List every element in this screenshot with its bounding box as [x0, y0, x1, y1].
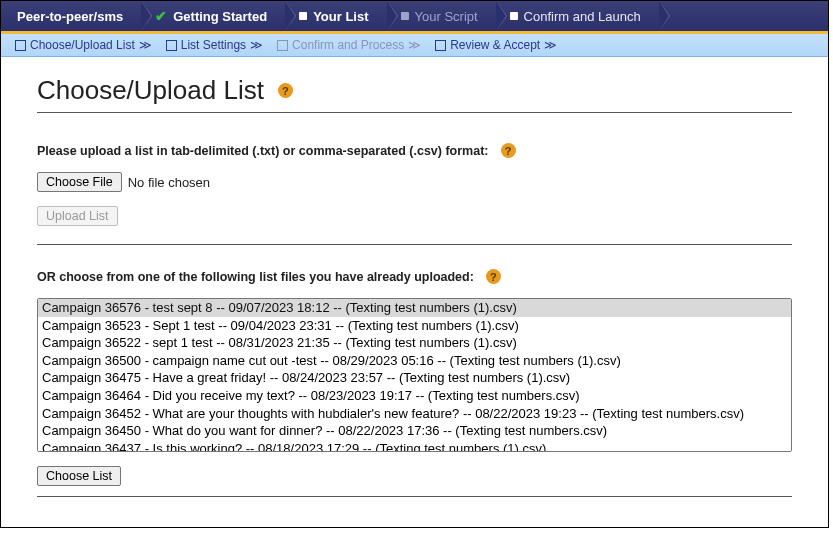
page-title-row: Choose/Upload List ? [37, 75, 792, 106]
square-icon [277, 40, 288, 51]
page-title: Choose/Upload List [37, 75, 264, 106]
subnav-label: Choose/Upload List [30, 38, 135, 52]
divider [37, 112, 792, 113]
upload-instruction: Please upload a list in tab-delimited (.… [37, 144, 489, 158]
existing-instruction-row: OR choose from one of the following list… [37, 269, 792, 284]
nav-step-your-script[interactable]: Your Script [387, 1, 496, 31]
divider [37, 244, 792, 245]
square-icon [401, 12, 409, 20]
nav-step-getting-started[interactable]: ✔ Getting Started [141, 1, 285, 31]
nav-step-your-list[interactable]: Your List [285, 1, 386, 31]
nav-step-confirm-launch[interactable]: Confirm and Launch [496, 1, 659, 31]
main-content: Choose/Upload List ? Please upload a lis… [1, 57, 828, 527]
nav-step-label: Confirm and Launch [524, 9, 641, 24]
list-option[interactable]: Campaign 36522 - sept 1 test -- 08/31/20… [38, 334, 791, 352]
list-option[interactable]: Campaign 36450 - What do you want for di… [38, 422, 791, 440]
list-option[interactable]: Campaign 36464 - Did you receive my text… [38, 387, 791, 405]
uploaded-lists-select[interactable]: Campaign 36576 - test sept 8 -- 09/07/20… [37, 298, 792, 452]
list-option[interactable]: Campaign 36500 - campaign name cut out -… [38, 352, 791, 370]
upload-list-button[interactable]: Upload List [37, 206, 118, 226]
square-icon [435, 40, 446, 51]
list-option[interactable]: Campaign 36475 - Have a great friday! --… [38, 369, 791, 387]
nav-step-label: Getting Started [173, 9, 267, 24]
choose-file-button[interactable]: Choose File [37, 172, 122, 192]
subnav-review-accept[interactable]: Review & Accept ≫ [431, 38, 559, 52]
chevron-right-icon: ≫ [408, 38, 419, 52]
square-icon [299, 12, 307, 20]
upload-instruction-row: Please upload a list in tab-delimited (.… [37, 143, 792, 158]
list-option[interactable]: Campaign 36523 - Sept 1 test -- 09/04/20… [38, 317, 791, 335]
nav-brand-label: Peer-to-peer/sms [17, 9, 123, 24]
top-nav: Peer-to-peer/sms ✔ Getting Started Your … [1, 1, 828, 34]
square-icon [510, 12, 518, 20]
list-option[interactable]: Campaign 36437 - Is this working? -- 08/… [38, 440, 791, 452]
nav-step-label: Your Script [415, 9, 478, 24]
chevron-right-icon: ≫ [139, 38, 150, 52]
subnav-label: Confirm and Process [292, 38, 404, 52]
existing-instruction: OR choose from one of the following list… [37, 270, 474, 284]
check-icon: ✔ [155, 8, 167, 24]
subnav-label: List Settings [181, 38, 246, 52]
subnav-label: Review & Accept [450, 38, 540, 52]
file-input-row: Choose File No file chosen [37, 172, 792, 192]
file-status: No file chosen [128, 175, 210, 190]
chevron-right-icon: ≫ [544, 38, 555, 52]
square-icon [15, 40, 26, 51]
divider [37, 496, 792, 497]
choose-list-button[interactable]: Choose List [37, 466, 121, 486]
list-option[interactable]: Campaign 36452 - What are your thoughts … [38, 405, 791, 423]
nav-brand[interactable]: Peer-to-peer/sms [1, 1, 141, 31]
subnav-choose-upload[interactable]: Choose/Upload List ≫ [11, 38, 154, 52]
square-icon [166, 40, 177, 51]
nav-step-label: Your List [313, 9, 368, 24]
help-icon[interactable]: ? [486, 269, 501, 284]
help-icon[interactable]: ? [501, 143, 516, 158]
sub-nav: Choose/Upload List ≫ List Settings ≫ Con… [1, 34, 828, 57]
subnav-list-settings[interactable]: List Settings ≫ [162, 38, 265, 52]
help-icon[interactable]: ? [278, 83, 293, 98]
subnav-confirm-process[interactable]: Confirm and Process ≫ [273, 38, 423, 52]
list-option[interactable]: Campaign 36576 - test sept 8 -- 09/07/20… [38, 299, 791, 317]
chevron-right-icon: ≫ [250, 38, 261, 52]
